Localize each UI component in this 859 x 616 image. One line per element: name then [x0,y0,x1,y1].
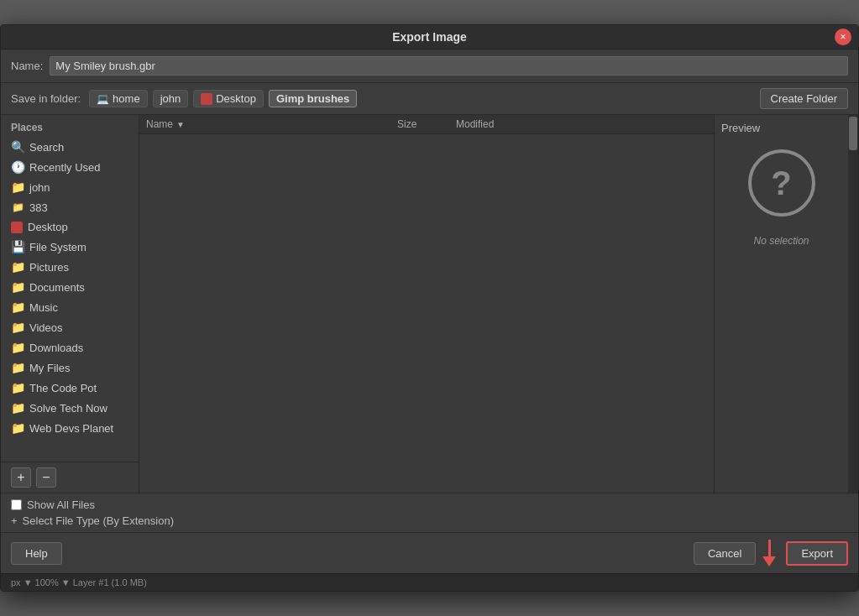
remove-place-button[interactable]: − [36,467,56,488]
folder-icon-music: 📁 [11,300,24,314]
action-left: Help [11,542,62,565]
taskbar-hint: px ▼ 100% ▼ Layer #1 (1.0 MB) [1,573,858,591]
preview-panel: Preview ? No selection [714,115,848,493]
clock-icon: 🕐 [11,160,24,174]
sidebar-john-label: john [29,181,50,194]
folder-icon-documents: 📁 [11,280,24,294]
bottom-options: Show All Files + Select File Type (By Ex… [1,493,858,532]
breadcrumb-gimp-brushes[interactable]: Gimp brushes [269,90,357,107]
sidebar-item-webdevsplanet[interactable]: 📁 Web Devs Planet [1,418,139,438]
folder-icon-videos: 📁 [11,321,24,334]
export-dialog: Export Image × Name: Save in folder: 💻 h… [0,24,859,592]
sidebar-item-383[interactable]: 📁 383 [1,197,139,217]
breadcrumb-home-label: home [113,92,140,105]
sidebar-item-music[interactable]: 📁 Music [1,297,139,317]
name-column-header[interactable]: Name ▼ [146,118,397,130]
desktop-sidebar-icon [11,222,23,233]
arrow-indicator [762,540,776,566]
preview-header: Preview [721,122,760,134]
filesystem-icon: 💾 [11,240,24,253]
select-file-type-row[interactable]: + Select File Type (By Extension) [11,514,848,527]
breadcrumb-desktop[interactable]: Desktop [193,90,264,107]
sidebar-solvetechnow-label: Solve Tech Now [29,402,107,415]
sidebar-myfiles-label: My Files [29,362,70,374]
folder-icon-383: 📁 [11,201,24,214]
action-row: Help Cancel Export [1,532,858,573]
folder-icon-john: 📁 [11,180,24,194]
arrow-head [762,556,776,566]
arrow-line [768,540,771,556]
sidebar-item-john[interactable]: 📁 john [1,177,139,197]
show-all-files-row[interactable]: Show All Files [11,499,848,511]
sidebar-item-thecodepot[interactable]: 📁 The Code Pot [1,378,139,398]
sidebar-downloads-label: Downloads [29,342,83,354]
close-button[interactable]: × [835,29,851,45]
sidebar-recently-used-label: Recently Used [29,161,101,174]
computer-icon: 💻 [97,93,109,105]
desktop-icon [201,93,212,105]
modified-column-header[interactable]: Modified [456,118,707,130]
name-row: Name: [1,50,858,83]
sidebar-383-label: 383 [29,201,48,214]
folder-icon-pictures: 📁 [11,260,24,274]
sidebar-item-myfiles[interactable]: 📁 My Files [1,358,139,378]
no-preview-icon: ? [748,149,815,217]
action-right: Cancel Export [694,540,848,566]
sidebar-item-recently-used[interactable]: 🕐 Recently Used [1,157,139,177]
size-column-header[interactable]: Size [397,118,456,130]
breadcrumb-john-label: john [160,92,181,105]
sidebar-videos-label: Videos [29,321,63,334]
right-scrollbar[interactable] [848,115,858,493]
dialog-title: Export Image [392,30,467,44]
search-icon: 🔍 [11,140,24,154]
sidebar-item-downloads[interactable]: 📁 Downloads [1,337,139,358]
create-folder-button[interactable]: Create Folder [760,88,848,109]
cancel-button[interactable]: Cancel [694,542,756,565]
sidebar-music-label: Music [29,301,58,314]
sidebar-item-videos[interactable]: 📁 Videos [1,317,139,337]
sidebar-pictures-label: Pictures [29,261,69,274]
file-header: Name ▼ Size Modified [139,115,714,134]
expand-icon: + [11,514,18,527]
sidebar-header: Places [1,115,139,137]
file-list[interactable] [139,134,714,493]
no-selection-text: No selection [753,235,809,247]
sidebar-item-filesystem[interactable]: 💾 File System [1,237,139,257]
name-label: Name: [11,60,43,72]
folder-row: Save in folder: 💻 home john Desktop Gimp… [1,83,858,115]
sidebar-item-solvetechnow[interactable]: 📁 Solve Tech Now [1,398,139,418]
breadcrumb-gimp-brushes-label: Gimp brushes [276,92,349,105]
sidebar-documents-label: Documents [29,281,85,294]
sidebar-webdevsplanet-label: Web Devs Planet [29,422,113,435]
file-area: Name ▼ Size Modified [139,115,714,493]
preview-icon-area: ? [740,141,824,225]
breadcrumb-desktop-label: Desktop [216,92,256,105]
help-button[interactable]: Help [11,542,62,565]
sidebar-thecodepot-label: The Code Pot [29,382,97,394]
sidebar-filesystem-label: File System [29,241,86,253]
breadcrumb-john[interactable]: john [153,90,189,107]
sidebar-desktop-label: Desktop [28,221,68,233]
folder-icon-solvetechnow: 📁 [11,401,24,415]
add-place-button[interactable]: + [11,467,31,488]
folder-icon-thecodepot: 📁 [11,381,24,394]
scroll-thumb[interactable] [849,117,857,150]
main-area: Places 🔍 Search 🕐 Recently Used 📁 john 📁… [1,115,858,493]
folder-icon-myfiles: 📁 [11,361,24,374]
sidebar-search-label: Search [29,141,64,154]
sidebar-item-search[interactable]: 🔍 Search [1,137,139,157]
select-file-type-label: Select File Type (By Extension) [23,514,174,527]
export-button[interactable]: Export [786,541,848,566]
sort-arrow-icon: ▼ [176,120,185,129]
folder-icon-webdevsplanet: 📁 [11,421,24,435]
folder-label: Save in folder: [11,92,81,105]
breadcrumb-home[interactable]: 💻 home [89,90,148,107]
sidebar: Places 🔍 Search 🕐 Recently Used 📁 john 📁… [1,115,139,493]
folder-icon-downloads: 📁 [11,341,24,354]
sidebar-bottom: + − [1,462,139,493]
name-input[interactable] [50,56,848,76]
sidebar-item-pictures[interactable]: 📁 Pictures [1,257,139,277]
sidebar-item-documents[interactable]: 📁 Documents [1,277,139,297]
show-all-files-checkbox[interactable] [11,499,22,510]
sidebar-item-desktop[interactable]: Desktop [1,217,139,237]
